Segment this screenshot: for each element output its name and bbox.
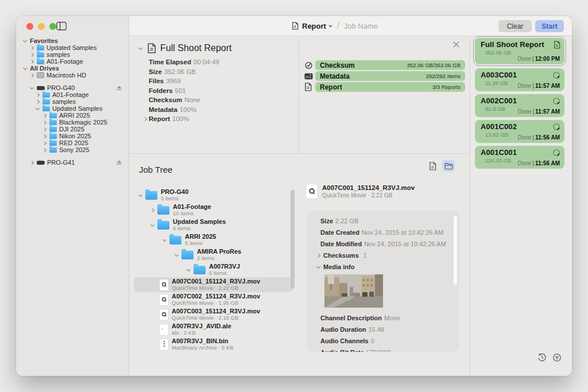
tree-row-movie[interactable]: A007C002_151124_R3VJ.movQuickTime Movie … <box>134 292 293 307</box>
task-report: Report3/3 Reports <box>304 82 465 92</box>
folder-icon <box>37 59 44 64</box>
queue-card-a001c002[interactable]: A001C002 13.62 GB Done|11:56 AM <box>475 120 564 143</box>
folder-view-icon[interactable] <box>442 160 455 172</box>
tree-row-updated-samples[interactable]: Updated Samples6 items <box>134 218 293 232</box>
sidebar-item-pro-g41[interactable]: PRO-G41 <box>16 159 129 166</box>
bin-file-icon <box>160 339 168 350</box>
chevron-down-icon[interactable] <box>328 25 332 28</box>
close-icon[interactable] <box>452 41 460 48</box>
card-title: A002C001 <box>481 96 560 105</box>
summary-row: Files3969 <box>149 76 219 86</box>
media-thumbnail <box>324 274 383 308</box>
sidebar-item-red-2025[interactable]: RED 2025 <box>16 139 129 146</box>
card-status: Done <box>517 56 531 62</box>
detail-row: Audio Bit Rate5760000 <box>315 347 451 352</box>
tree-row-bin[interactable]: A007R3VJ_BIN.binMacBinary Archive · 5 KB <box>134 337 293 352</box>
item-label: samples <box>52 98 76 105</box>
tree-row-arri-2025[interactable]: ARRI 20255 items <box>134 232 293 247</box>
task-label: Checksum <box>320 61 355 69</box>
item-label: RED 2025 <box>59 139 88 146</box>
queue-card-a001c001[interactable]: A001C001 124.03 GB Done|11:56 AM <box>475 146 564 169</box>
tree-row-a01-footage[interactable]: A01-Footage10 items <box>134 203 293 218</box>
disk-icon <box>552 123 560 131</box>
external-ssd-icon <box>37 86 45 90</box>
sidebar-item-blackmagic-2025[interactable]: Blackmagic 2025 <box>16 119 129 126</box>
queue-card-a002c001[interactable]: A002C001 62.8 GB Done|11:57 AM <box>475 94 564 117</box>
sidebar-section-all-drives[interactable]: All Drives <box>16 65 129 72</box>
chevron-down-icon[interactable] <box>138 45 142 49</box>
chevron-right-icon <box>42 113 47 117</box>
report-type-dropdown[interactable]: Report <box>302 22 326 30</box>
close-window-button[interactable] <box>26 23 33 30</box>
filter-icon[interactable] <box>552 353 562 362</box>
folder-icon <box>181 251 194 259</box>
chevron-right-icon <box>30 59 34 63</box>
chevron-down-icon <box>316 264 320 268</box>
folder-icon <box>49 148 57 153</box>
report-view-icon[interactable] <box>426 160 439 172</box>
start-button[interactable]: Start <box>535 20 564 32</box>
eject-icon[interactable] <box>116 160 122 165</box>
sidebar-item-samples[interactable]: samples <box>16 51 129 58</box>
sidebar-item-g40-updated-samples[interactable]: Updated Samples <box>16 105 129 112</box>
sidebar-item-sony-2025[interactable]: Sony 2025 <box>16 146 129 153</box>
zoom-window-button[interactable] <box>49 23 56 30</box>
sidebar-item-macintosh-hd[interactable]: Macintosh HD <box>16 72 129 79</box>
disk-icon <box>552 97 560 105</box>
sidebar-section-favorites[interactable]: Favorites <box>16 37 129 44</box>
tree-row-movie-selected[interactable]: A007C001_151124_R3VJ.movQuickTime Movie … <box>134 277 293 292</box>
job-tree-panel: Job Tree PRO-G403 items A01-Footage10 it… <box>129 154 470 376</box>
card-status: Done <box>518 160 532 166</box>
detail-scrollbar[interactable] <box>454 216 457 285</box>
sidebar-item-nikon-2025[interactable]: Nikon 2025 <box>16 133 129 139</box>
card-status: Done <box>518 83 532 89</box>
sidebar-item-g40-samples[interactable]: samples <box>16 98 129 105</box>
sidebar-item-updated-samples[interactable]: Updated Samples <box>16 44 129 51</box>
summary-row: Size352.06 GB <box>149 67 219 77</box>
sidebar-item-dji-2025[interactable]: DJI 2025 <box>16 126 129 133</box>
folder-icon <box>42 99 50 104</box>
item-label: Blackmagic 2025 <box>59 119 107 126</box>
folder-icon <box>49 141 57 146</box>
summary-row: Folders501 <box>149 86 219 96</box>
folder-icon <box>37 52 44 57</box>
card-status: Done <box>518 134 532 141</box>
card-time: 12:00 PM <box>535 56 560 62</box>
detail-row: Audio Duration15.48 <box>315 324 451 335</box>
history-icon[interactable] <box>537 353 547 362</box>
summary-row-report[interactable]: Report100% <box>149 114 219 124</box>
card-time: 11:57 AM <box>535 83 560 89</box>
job-name-input[interactable]: Job Name <box>344 22 378 30</box>
queue-card-full-shoot-report[interactable]: Full Shoot Report 352.06 GB Done|12:00 P… <box>475 38 564 64</box>
tree-row-amira-prores[interactable]: AMIRA ProRes2 items <box>134 247 293 262</box>
item-label: PRO-G40 <box>47 84 75 91</box>
folder-icon <box>42 92 50 98</box>
task-value: 292/292 Items <box>426 73 461 79</box>
task-label: Metadata <box>320 72 350 80</box>
sidebar-toggle-icon[interactable] <box>56 22 67 30</box>
item-label: Nikon 2025 <box>59 133 91 139</box>
card-time: 11:56 AM <box>535 134 560 141</box>
chevron-down-icon <box>36 106 40 110</box>
queue-card-a003c001[interactable]: A003C001 11.28 GB Done|11:57 AM <box>475 68 564 91</box>
sidebar-item-a01-footage[interactable]: A01-Footage <box>16 58 129 65</box>
report-doc-icon <box>147 43 156 53</box>
minimize-window-button[interactable] <box>38 23 45 30</box>
sidebar-item-pro-g40[interactable]: PRO-G40 <box>16 84 129 91</box>
tree-row-a007r3vj[interactable]: A007R3VJ5 items <box>134 262 293 277</box>
card-size: 352.06 GB <box>485 49 560 56</box>
clear-button[interactable]: Clear <box>498 20 532 32</box>
detail-row-media-info[interactable]: Media info <box>315 261 451 273</box>
chevron-down-icon <box>187 267 191 271</box>
chevron-down-icon <box>23 65 27 69</box>
tree-row-pro-g40[interactable]: PRO-G403 items <box>134 188 293 203</box>
item-label: Updated Samples <box>52 105 102 112</box>
detail-row-checksums[interactable]: Checksums1 <box>315 250 451 261</box>
eject-icon[interactable] <box>116 85 122 91</box>
sidebar-item-arri-2025[interactable]: ARRI 2025 <box>16 112 129 119</box>
tree-scrollbar[interactable] <box>291 190 295 289</box>
tree-row-movie[interactable]: A007C003_151124_R3VJ.movQuickTime Movie … <box>134 307 293 322</box>
detail-row: Channel DescriptionMono <box>315 312 451 324</box>
tree-row-ale[interactable]: A007R3VJ_AVID.aleale · 2 KB <box>134 322 293 337</box>
sidebar-item-g40-a01-footage[interactable]: A01-Footage <box>16 91 129 98</box>
